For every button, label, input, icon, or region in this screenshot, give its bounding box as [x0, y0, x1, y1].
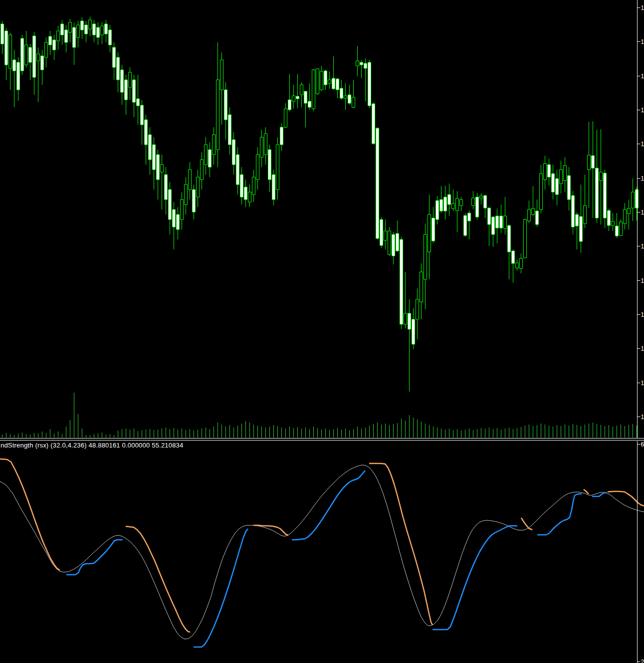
candle-body [484, 196, 487, 208]
candle-body [332, 78, 335, 89]
candle-body [480, 196, 483, 198]
candle-body [472, 198, 475, 206]
candle-body [632, 192, 635, 208]
candle-body [596, 168, 599, 218]
candle-body [157, 155, 160, 180]
trading-chart-window[interactable]: 1111111111111 62 ndStrength (rsx) (32.0,… [0, 0, 644, 663]
price-axis[interactable]: 1111111111111 [638, 0, 644, 438]
candle-body [248, 192, 251, 202]
candle-body [380, 220, 383, 245]
candle-body [368, 62, 371, 106]
candle-body [153, 145, 156, 170]
indicator-pane [0, 459, 644, 647]
indicator-axis[interactable]: 62 [638, 441, 644, 663]
candle-body [240, 175, 243, 197]
candle-body [384, 231, 387, 240]
candle-body [256, 155, 259, 180]
candle-body [516, 263, 519, 268]
candle-body [17, 62, 20, 90]
candle-body [316, 69, 319, 94]
price-tick-label: 1 [641, 73, 644, 80]
candle-body [544, 164, 547, 180]
trend-up-line [537, 494, 582, 535]
candle-body [444, 197, 447, 211]
chart-canvas[interactable]: 1111111111111 62 [0, 0, 644, 663]
candle-body [324, 71, 327, 85]
candle-body [376, 128, 379, 238]
price-tick-label: 1 [641, 345, 644, 352]
candle-body [524, 220, 527, 258]
candle-body [280, 127, 283, 145]
candle-body [113, 47, 116, 67]
candle-body [432, 218, 435, 241]
candle-body [260, 137, 263, 157]
candle-body [388, 231, 391, 254]
candle-body [392, 234, 395, 256]
candle-body [520, 258, 523, 268]
candle-body [173, 210, 176, 227]
candle-body [37, 54, 40, 61]
indicator-tick-label: 2 [641, 659, 644, 663]
candle-body [288, 100, 291, 110]
trend-down-line [521, 518, 532, 530]
candle-body [268, 150, 271, 180]
candle-body [149, 135, 152, 160]
candle-body [272, 175, 275, 200]
candle-body [284, 109, 287, 127]
candle-body [1, 24, 4, 44]
candle-body [500, 216, 503, 228]
volume-bars [2, 393, 637, 438]
candle-body [189, 170, 192, 190]
candle-body [436, 201, 439, 220]
price-tick-label: 1 [641, 311, 644, 318]
price-tick-label: 1 [641, 380, 644, 387]
trend-up-line [194, 529, 248, 647]
candle-body [308, 101, 311, 107]
candle-body [424, 234, 427, 279]
candle-body [9, 35, 12, 68]
candle-body [508, 225, 511, 252]
candle-body [488, 208, 491, 224]
candle-body [65, 30, 68, 42]
candle-body [169, 190, 172, 220]
candle-body [412, 319, 415, 344]
candle-body [456, 199, 459, 211]
candle-body [25, 45, 28, 65]
candle-body [101, 26, 104, 35]
candle-body [129, 72, 132, 87]
indicator-label: ndStrength (rsx) (32.0,4.236) 48.880161 … [0, 442, 183, 449]
candle-body [296, 96, 299, 99]
candle-body [105, 24, 108, 34]
pane-separator[interactable] [0, 439, 644, 441]
candle-body [252, 177, 255, 195]
candle-body [600, 172, 603, 181]
price-tick-label: 1 [641, 209, 644, 216]
candle-body [592, 156, 595, 168]
candle-body [73, 27, 76, 47]
candle-body [428, 215, 431, 252]
candle-body [556, 179, 559, 195]
trend-up-line [432, 526, 517, 630]
candle-body [49, 36, 52, 45]
price-tick-label: 1 [641, 141, 644, 148]
trend-up-line [292, 470, 365, 540]
candle-body [177, 215, 180, 229]
candle-body [137, 99, 140, 106]
candle-body [77, 25, 80, 37]
candle-body [540, 174, 543, 210]
candle-body [340, 88, 343, 98]
candle-body [201, 160, 204, 180]
candle-body [93, 24, 96, 35]
candle-body [468, 213, 471, 221]
trend-down-line [0, 459, 60, 570]
candle-body [117, 57, 120, 80]
candle-body [504, 216, 507, 228]
trend-down-line [126, 526, 190, 632]
trend-down-line [253, 525, 288, 535]
candle-body [220, 60, 223, 90]
candle-body [89, 20, 92, 29]
candle-body [636, 190, 639, 208]
price-tick-label: 1 [641, 277, 644, 284]
candle-body [532, 209, 535, 215]
candle-body [312, 70, 315, 109]
